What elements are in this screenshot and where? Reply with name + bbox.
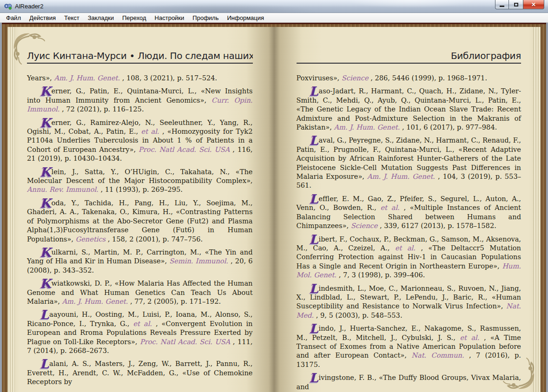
maximize-button[interactable] xyxy=(509,0,523,9)
menu-information[interactable]: Информация xyxy=(223,13,268,22)
entry-text: , 7, 3 (1998), p. 399–406. xyxy=(339,271,425,279)
bibliography-entry: Laval, G., Peyregne, S., Zidane, N., Har… xyxy=(297,136,522,189)
entry-text: alani, A. S., Masters, J., Zeng, W., Bar… xyxy=(27,359,253,385)
bibliography-entry: Leffler, E. M., Gao, Z., Pfeifer, S., Se… xyxy=(297,194,522,230)
entry-text: , 108, 3 (2021), p. 517–524. xyxy=(122,74,217,82)
journal-name: Proc. Natl Acad. Sci. USA xyxy=(139,145,232,153)
menu-actions[interactable]: Действия xyxy=(25,13,60,22)
bibliography-entry: Kulkarni, S., Martin, M. P., Carrington,… xyxy=(27,248,253,274)
minimize-icon xyxy=(500,6,504,7)
book-spread[interactable]: Луис Кинтана-Мурси • Люди. По следам наш… xyxy=(7,27,541,392)
entry-text: indesmith, L., Moe, C., Marionneau, S., … xyxy=(297,284,522,310)
entry-text: , 77, 2 (2005), p. 171–192. xyxy=(130,297,221,305)
journal-name: et al. xyxy=(141,127,162,135)
entry-text: , 101, 6 (2017), p. 977–984. xyxy=(402,123,497,131)
entry-text: Poxviruses», xyxy=(297,74,342,82)
title-bar[interactable]: AlReader2 ✕ xyxy=(0,0,548,13)
app-window: AlReader2 ✕ Файл Действия Текст Закладки… xyxy=(0,0,548,392)
menu-settings[interactable]: Настройки xyxy=(151,13,189,22)
bibliography-entry: Years», Am. J. Hum. Genet. , 108, 3 (202… xyxy=(27,73,253,82)
journal-name: Annu. Rev. Immunol. xyxy=(27,185,100,193)
bibliography-left-column: Years», Am. J. Hum. Genet. , 108, 3 (202… xyxy=(27,73,253,386)
entry-text: , 158, 2 (2001), p. 747–756. xyxy=(108,235,203,243)
window-title: AlReader2 xyxy=(15,3,43,10)
journal-name: et al. xyxy=(395,244,421,252)
menu-navigation[interactable]: Переход xyxy=(118,13,151,22)
bibliography-entry: Kerner, G., Patin, E., Quintana-Murci, L… xyxy=(27,86,253,113)
bibliography-entry: Lalani, A. S., Masters, J., Zeng, W., Ba… xyxy=(27,359,253,386)
entry-text: , 11 (1993), p. 269–295. xyxy=(100,185,183,193)
drop-cap: L xyxy=(310,371,319,385)
journal-name: Nat. Commun. xyxy=(411,351,469,359)
menu-bar: Файл Действия Текст Закладки Переход Нас… xyxy=(0,13,548,23)
bibliography-entry: Libert, F., Cochaux, P., Beckman, G., Sa… xyxy=(297,235,522,280)
bibliography-entry: Livingstone, F. B., «The Duffy Blood Gro… xyxy=(297,373,522,391)
left-page-header: Луис Кинтана-Мурси • Люди. По следам наш… xyxy=(27,50,253,64)
bibliography-entry: Lindesmith, L., Moe, C., Marionneau, S.,… xyxy=(297,284,522,320)
journal-name: Am. J. Hum. Genet. xyxy=(334,123,402,131)
journal-name: Proc. Natl Acad. Sci. USA xyxy=(140,338,233,346)
bibliography-entry: Koda, Y., Tachida, H., Pang, H., Liu, Y.… xyxy=(27,198,253,243)
book-frame: Луис Кинтана-Мурси • Люди. По следам наш… xyxy=(0,23,548,392)
right-page-header: Библиография xyxy=(297,50,522,64)
journal-name: et al. xyxy=(460,333,484,341)
close-button[interactable]: ✕ xyxy=(523,0,544,9)
left-page[interactable]: Луис Кинтана-Мурси • Люди. По следам наш… xyxy=(7,27,274,392)
bibliography-entry: Laso-Jadart, R., Harmant, C., Quach, H.,… xyxy=(297,86,522,131)
maximize-icon xyxy=(514,3,518,7)
app-icon xyxy=(4,2,12,11)
bibliography-entry: Klein, J., Satta, Y., O’HUigin, C., Taka… xyxy=(27,167,253,194)
bibliography-entry: Kwiatkowski, D. P., «How Malaria Has Aff… xyxy=(27,279,253,306)
journal-name: et al. xyxy=(380,203,403,211)
journal-name: Am. J. Hum. Genet. xyxy=(54,74,122,82)
bibliography-right-column: Poxviruses», Science , 286, 5446 (1999),… xyxy=(297,73,522,391)
entry-text: , 72 (2021), p. 116–125. xyxy=(62,105,144,113)
entry-text: , 9, 5 (2003), p. 548–553. xyxy=(316,311,403,319)
journal-name: Am. J. Hum. Genet. xyxy=(62,297,130,305)
bibliography-entry: Kerner, G., Ramirez-Alejo, N., Seeleuthn… xyxy=(27,118,253,163)
entry-text: , 286, 5446 (1999), p. 1968–1971. xyxy=(370,74,487,82)
bibliography-entry: Poxviruses», Science , 286, 5446 (1999),… xyxy=(297,73,522,82)
page-edge-left xyxy=(7,27,15,392)
entry-text: , 339, 6127 (2013), p. 1578–1582. xyxy=(380,222,496,229)
journal-name: Science xyxy=(342,74,370,82)
journal-name: et al. xyxy=(133,320,156,327)
menu-text[interactable]: Текст xyxy=(60,13,84,22)
journal-name: Semin. Immunol. xyxy=(169,257,231,265)
journal-name: Am. J. Hum. Genet. xyxy=(367,172,438,180)
menu-profile[interactable]: Профиль xyxy=(188,13,223,22)
page-edge-right xyxy=(533,27,541,392)
menu-file[interactable]: Файл xyxy=(2,13,25,22)
window-controls: ✕ xyxy=(495,0,544,9)
bibliography-entry: Lindo, J., Huerta-Sanchez, E., Nakagome,… xyxy=(297,324,522,369)
minimize-button[interactable] xyxy=(495,0,509,9)
entry-text: Years», xyxy=(27,74,54,82)
right-page[interactable]: Библиография Poxviruses», Science , 286,… xyxy=(274,27,541,392)
entry-text: lein, J., Satta, Y., O’HUigin, C., Takah… xyxy=(27,168,253,184)
bibliography-entry: Laayouni, H., Oosting, M., Luisi, P., Io… xyxy=(27,310,253,355)
menu-bookmarks[interactable]: Закладки xyxy=(84,13,118,22)
close-icon: ✕ xyxy=(531,1,536,8)
journal-name: Science xyxy=(351,222,380,229)
journal-name: Genetics xyxy=(76,235,108,243)
entry-text: ivingstone, F. B., «The Duffy Blood Grou… xyxy=(297,373,522,390)
